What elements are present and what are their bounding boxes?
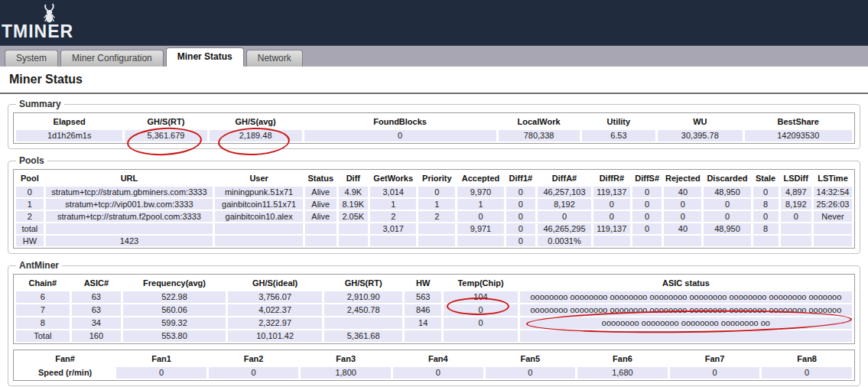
table-cell: 846 — [405, 304, 441, 316]
column-header: FoundBlocks — [304, 115, 496, 128]
column-header: Fan3 — [301, 352, 391, 366]
table-cell — [370, 236, 416, 246]
table-cell: 2,189.48 — [210, 130, 302, 141]
tab-system[interactable]: System — [5, 50, 58, 67]
table-cell: 40 — [664, 223, 701, 234]
table-cell: 522.98 — [123, 291, 226, 303]
column-header: LSTime — [814, 171, 852, 185]
table-cell: gainbitcoin10.alex — [215, 211, 303, 222]
column-header: Discarded — [704, 171, 750, 185]
table-cell — [814, 223, 852, 234]
table-cell: 0 — [444, 317, 517, 329]
table-cell: 2 — [418, 211, 455, 222]
table-cell: 40 — [664, 187, 701, 197]
table-cell: 7 — [16, 304, 70, 316]
table-cell — [46, 223, 213, 234]
table-cell: miningpunk.51x71 — [215, 187, 303, 197]
table-cell: 1 — [418, 199, 455, 210]
table-cell: 599.32 — [123, 317, 226, 329]
table-cell: Speed (r/min) — [16, 367, 114, 379]
header-row: PoolURLUserStatusDiffGetWorksPriorityAcc… — [16, 171, 852, 185]
table-cell: 0 — [418, 187, 455, 197]
table-cell: 3,017 — [370, 223, 416, 234]
table-cell: 0 — [632, 199, 662, 210]
table-cell: 1,680 — [577, 367, 668, 379]
table-row: total3,0179,971046,265,295119,13704048,9… — [16, 223, 852, 234]
table-cell: 0 — [670, 367, 760, 379]
content-area: Miner Status Summary ElapsedGH/S(RT)GH/S… — [0, 67, 868, 387]
table-cell: 0 — [538, 211, 591, 222]
pools-section: Pools PoolURLUserStatusDiffGetWorksPrior… — [8, 155, 860, 254]
tab-miner-status[interactable]: Miner Status — [166, 47, 244, 67]
header-banner: TMINER — [0, 0, 868, 46]
table-cell — [814, 236, 852, 246]
summary-section: Summary ElapsedGH/S(RT)GH/S(avg)FoundBlo… — [8, 99, 860, 149]
table-cell — [418, 236, 455, 246]
table-cell — [339, 236, 369, 246]
summary-table: ElapsedGH/S(RT)GH/S(avg)FoundBlocksLocal… — [14, 113, 854, 143]
column-header: BestShare — [745, 115, 852, 128]
table-cell: 119,137 — [593, 223, 630, 234]
table-cell: 34 — [72, 317, 121, 329]
column-header: Diff1# — [506, 171, 536, 185]
table-cell: 46,257,103 — [538, 187, 591, 197]
column-header: GH/S(avg) — [210, 115, 302, 128]
table-cell: total — [16, 223, 44, 234]
table-cell: 0 — [116, 367, 206, 379]
table-cell: 0 — [632, 223, 662, 234]
table-cell: 0 — [393, 367, 483, 379]
table-cell: oooooooo oooooooo oooooooo oooooooo oo — [520, 317, 852, 329]
table-cell: 25:26:03 — [814, 199, 852, 210]
column-header: Fan8 — [762, 352, 852, 366]
table-cell — [339, 223, 369, 234]
header-row: Fan#Fan1Fan2Fan3Fan4Fan5Fan6Fan7Fan8 — [16, 352, 852, 366]
table-cell: 0 — [664, 199, 701, 210]
table-cell: 0 — [664, 211, 701, 222]
table-row: 1stratum+tcp://vip001.bw.com:3333gainbit… — [16, 199, 852, 210]
table-cell: HW — [16, 236, 44, 246]
table-cell: 560.06 — [123, 304, 226, 316]
table-row: Speed (r/min)001,800001,68000 — [16, 367, 852, 379]
table-cell: 2,910.90 — [324, 291, 402, 303]
column-header: DiffS# — [632, 171, 662, 185]
column-header: Fan6 — [577, 352, 668, 366]
table-cell — [781, 223, 811, 234]
table-cell: 8 — [753, 199, 779, 210]
table-cell: 48,950 — [704, 223, 750, 234]
column-header: Pool — [16, 171, 44, 185]
chains-table: Chain#ASIC#Frequency(avg)GH/S(ideal)GH/S… — [14, 275, 854, 343]
table-cell: 104 — [444, 291, 517, 303]
table-cell — [324, 317, 402, 329]
tab-network[interactable]: Network — [246, 50, 303, 67]
table-cell: 0 — [16, 187, 44, 197]
table-cell: 2.05K — [339, 211, 369, 222]
chains-table-box: Chain#ASIC#Frequency(avg)GH/S(ideal)GH/S… — [13, 274, 855, 344]
title-divider — [0, 93, 868, 94]
table-cell: 46,265,295 — [538, 223, 591, 234]
column-header: GH/S(RT) — [324, 276, 402, 290]
column-header: Utility — [582, 115, 655, 128]
table-cell: 0 — [704, 211, 750, 222]
table-cell: Alive — [305, 211, 336, 222]
table-cell: gainbitcoin11.51x71 — [215, 199, 303, 210]
table-cell: 63 — [72, 304, 121, 316]
tab-miner-configuration[interactable]: Miner Configuration — [60, 50, 164, 67]
table-cell: 3,756.07 — [228, 291, 322, 303]
table-cell: 0 — [632, 187, 662, 197]
table-cell: 160 — [72, 330, 121, 342]
table-cell: 14 — [405, 317, 441, 329]
column-header: WU — [658, 115, 742, 128]
table-cell: 5,361.679 — [125, 130, 206, 141]
table-cell: Alive — [305, 199, 336, 210]
column-header: DiffR# — [593, 171, 630, 185]
table-row: 763560.064,022.372,450.788460oooooooo oo… — [16, 304, 852, 316]
table-cell: 9,970 — [457, 187, 503, 197]
column-header: Chain# — [16, 276, 70, 290]
table-cell: Never — [814, 211, 852, 222]
logo-text: TMINER — [2, 21, 73, 42]
table-cell — [305, 236, 336, 246]
header-row: Chain#ASIC#Frequency(avg)GH/S(ideal)GH/S… — [16, 276, 852, 290]
table-cell: 0 — [593, 211, 630, 222]
table-cell: 30,395.78 — [658, 130, 742, 141]
table-row: HW142300.0031% — [16, 236, 852, 246]
